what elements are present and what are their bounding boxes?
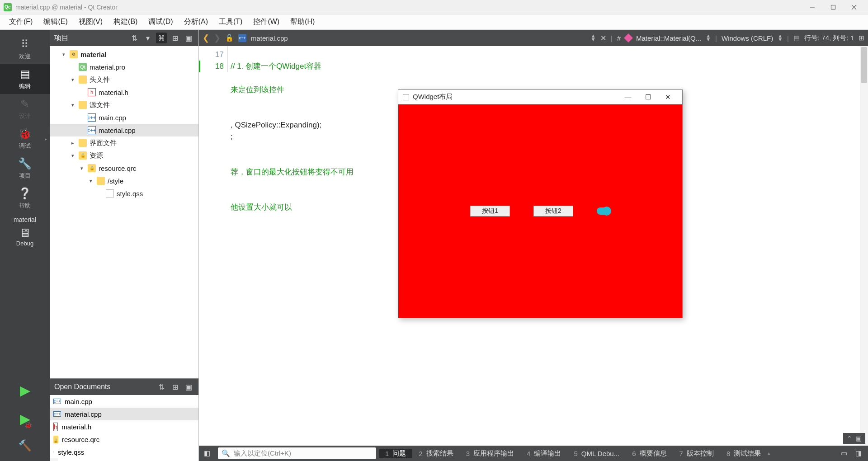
lock-icon[interactable]: 🔓 [225, 34, 234, 42]
menu-widgets[interactable]: 控件(W) [248, 14, 285, 29]
menu-debug[interactable]: 调试(D) [143, 14, 178, 29]
bug-icon: 🐞 [0, 128, 50, 139]
tree-source-material[interactable]: c++material.cpp [50, 124, 198, 136]
run-button[interactable]: ▶ [20, 382, 30, 398]
filter-icon[interactable]: ▾ [142, 33, 153, 43]
chevron-right-icon: ▸ [45, 136, 47, 141]
encoding-selector[interactable]: Windows (CRLF) [722, 34, 773, 42]
menu-build[interactable]: 构建(B) [108, 14, 143, 29]
opendoc-item[interactable]: style.qss [50, 446, 198, 458]
nav-forward-button[interactable]: ❯ [214, 33, 221, 43]
file-switcher[interactable]: ▲▼ [591, 34, 596, 41]
opendocs-header: Open Documents ⇅ ⊞ ▣ [50, 379, 198, 395]
app-minimize-button[interactable]: ― [618, 90, 638, 104]
progress-button[interactable]: ▭ [838, 447, 850, 459]
cpp-file-icon: c++ [238, 34, 246, 42]
grid-icon: ⠿ [0, 39, 50, 50]
toggle-right-sidebar-button[interactable]: ◨ [853, 447, 864, 459]
run-debug-button[interactable]: ▶🐞 [20, 411, 30, 427]
tree-style-folder[interactable]: ▾/style [50, 174, 198, 187]
menu-view[interactable]: 视图(V) [73, 14, 108, 29]
nav-back-button[interactable]: ❮ [203, 33, 209, 43]
tree-headers-folder[interactable]: ▾头文件 [50, 73, 198, 86]
collapse-up-icon[interactable]: ⌃ [847, 435, 852, 442]
project-panel-header: 项目 ⇅ ▾ ⌘ ⊞ ▣ [50, 30, 198, 46]
output-tab-general[interactable]: 6概要信息 [626, 449, 673, 458]
mode-help[interactable]: ❔ 帮助 [0, 183, 50, 213]
output-tab-search[interactable]: 2搜索结果 [412, 449, 459, 458]
editor-toolbar: ❮ ❯ 🔓 c++ material.cpp ▲▼ ✕ | # Material… [199, 30, 868, 46]
opendoc-item[interactable]: c++main.cpp [50, 395, 198, 408]
project-tree[interactable]: ▾material Qtmaterial.pro ▾头文件 hmaterial.… [50, 46, 198, 378]
opendoc-item[interactable]: c++material.cpp [50, 408, 198, 420]
mode-edit[interactable]: ▤ 编辑 [0, 64, 50, 94]
opendoc-item[interactable]: hmaterial.h [50, 420, 198, 433]
tree-resources-folder[interactable]: ▾资源 [50, 149, 198, 162]
mode-welcome[interactable]: ⠿ 欢迎 [0, 34, 50, 64]
encoding-switcher[interactable]: ▲▼ [778, 34, 783, 41]
tree-qss-file[interactable]: style.qss [50, 187, 198, 200]
output-tab-appout[interactable]: 3应用程序输出 [460, 449, 520, 458]
output-tab-compile[interactable]: 4编译输出 [520, 449, 567, 458]
mode-projects[interactable]: 🔧 项目 [0, 154, 50, 183]
app-titlebar[interactable]: QWidget布局 ― ☐ ✕ [398, 90, 682, 104]
folder-icon [79, 75, 87, 84]
window-title: material.cpp @ material - Qt Creator [15, 4, 118, 11]
sort-icon[interactable]: ⇅ [156, 381, 167, 392]
scrollbar[interactable] [50, 458, 58, 461]
output-tab-qml[interactable]: 5QML Debu... [567, 450, 626, 457]
locator-input[interactable]: 🔍 输入以定位(Ctrl+K) [218, 447, 376, 459]
toggle-sidebar-button[interactable]: ◧ [199, 449, 215, 457]
symbol-switcher[interactable]: ▲▼ [706, 34, 711, 41]
maximize-button[interactable] [823, 0, 844, 14]
os-titlebar: Qc material.cpp @ material - Qt Creator [0, 0, 868, 14]
panel-menu-icon[interactable]: ▣ [183, 33, 194, 43]
opendocs-list[interactable]: c++main.cpp c++material.cpp hmaterial.h … [50, 395, 198, 458]
output-tab-vcs[interactable]: 7版本控制 [673, 449, 720, 458]
file-icon [106, 189, 114, 198]
tree-sources-folder[interactable]: ▾源文件 [50, 99, 198, 111]
output-tab-issues[interactable]: 1问题 [379, 449, 412, 458]
app-maximize-button[interactable]: ☐ [638, 90, 658, 104]
output-tab-tests[interactable]: 8测试结果▲ [720, 449, 778, 458]
output-pane-tabs: ◧ 🔍 输入以定位(Ctrl+K) 1问题 2搜索结果 3应用程序输出 4编译输… [199, 446, 868, 461]
kit-selector[interactable]: material 🖥 Debug [14, 216, 36, 247]
build-button[interactable]: 🔨 [18, 439, 32, 452]
link-icon[interactable]: ⌘ [156, 33, 167, 43]
line-gutter: 17 18 [199, 46, 228, 72]
running-app-window[interactable]: QWidget布局 ― ☐ ✕ 按钮1 按钮2 [398, 89, 683, 318]
menu-help[interactable]: 帮助(H) [285, 14, 320, 29]
menu-analyze[interactable]: 分析(A) [179, 14, 213, 29]
sort-icon[interactable]: ⇅ [129, 33, 140, 43]
tree-header-file[interactable]: hmaterial.h [50, 86, 198, 99]
minimize-button[interactable] [802, 0, 823, 14]
editor-scrollbar[interactable] [860, 46, 868, 446]
split-icon[interactable]: ⊞ [859, 34, 864, 42]
cursor-position[interactable]: 行号: 74, 列号: 1 [804, 34, 854, 42]
tree-pro-file[interactable]: Qtmaterial.pro [50, 61, 198, 73]
menu-file[interactable]: 文件(F) [4, 14, 38, 29]
symbol-selector[interactable]: Material::Material(Q... [636, 34, 701, 42]
app-close-button[interactable]: ✕ [658, 90, 678, 104]
mode-debug[interactable]: 🐞 调试 ▸ [0, 124, 50, 154]
tree-project-root[interactable]: ▾material [50, 48, 198, 61]
add-split-icon[interactable]: ⊞ [170, 33, 180, 43]
app-toggle[interactable] [597, 207, 610, 215]
menu-tools[interactable]: 工具(T) [213, 14, 248, 29]
panel-menu-icon[interactable]: ▣ [183, 381, 194, 392]
opendoc-item[interactable]: resource.qrc [50, 433, 198, 446]
add-split-icon[interactable]: ⊞ [170, 381, 180, 392]
tree-forms-folder[interactable]: ▸界面文件 [50, 136, 198, 149]
mode-design[interactable]: ✎ 设计 [0, 94, 50, 124]
outline-icon[interactable]: ▤ [793, 34, 800, 42]
close-file-button[interactable]: ✕ [600, 34, 606, 42]
app-button-1[interactable]: 按钮1 [470, 206, 510, 216]
tree-qrc-file[interactable]: ▾resource.qrc [50, 162, 198, 174]
app-window-icon [403, 94, 409, 100]
editor-filename[interactable]: material.cpp [251, 34, 288, 42]
app-button-2[interactable]: 按钮2 [533, 206, 573, 216]
close-button[interactable] [844, 0, 864, 14]
panel-toggle-icon[interactable]: ▣ [856, 435, 862, 442]
menu-edit[interactable]: 编辑(E) [38, 14, 73, 29]
tree-source-main[interactable]: c++main.cpp [50, 111, 198, 124]
